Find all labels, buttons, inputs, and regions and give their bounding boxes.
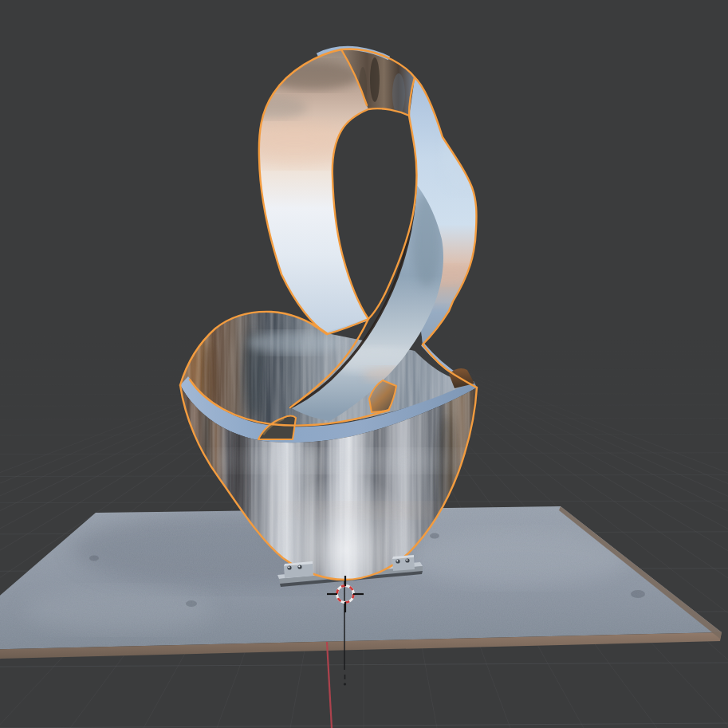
viewport-canvas[interactable]	[0, 0, 728, 728]
